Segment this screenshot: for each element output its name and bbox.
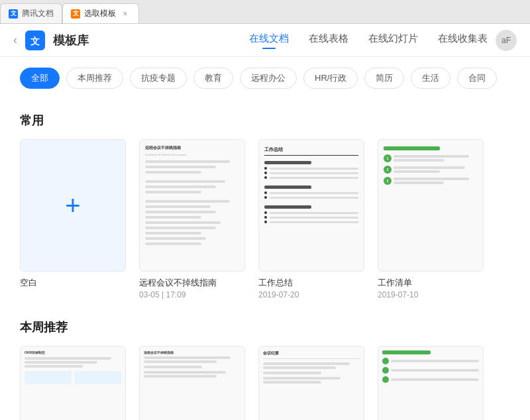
template-work-list-name: 工作清单: [378, 277, 412, 289]
weekly-section-title: 本周推荐: [20, 319, 510, 335]
cat-remote[interactable]: 远程办公: [240, 68, 297, 89]
template-work-list-thumb: 1 2 3: [378, 139, 484, 272]
template-work-list2[interactable]: 工作清单: [378, 346, 484, 420]
cat-contract[interactable]: 合同: [457, 68, 497, 89]
cat-resume[interactable]: 简历: [364, 68, 404, 89]
plus-icon: +: [65, 191, 80, 221]
common-section-title: 常用: [20, 113, 510, 129]
app-logo: 文: [25, 30, 45, 50]
template-work-summary-name: 工作总结: [258, 277, 293, 289]
svg-text:文: 文: [30, 36, 40, 46]
nav-item-sheets[interactable]: 在线表格: [309, 32, 348, 48]
template-remote-meeting-thumb: 远程会议不掉线指南 Guidelines for Remote Discussi…: [139, 139, 245, 272]
template-remote2[interactable]: 远程会议不掉线指南 远程会议不掉线指南: [139, 346, 245, 420]
tab-template-icon: 文: [71, 9, 80, 19]
template-work-summary-date: 2019-07-20: [258, 290, 299, 299]
template-okr[interactable]: OKR目标制定 OKR目标制定: [20, 346, 126, 420]
template-work-list[interactable]: 1 2 3: [378, 139, 484, 299]
category-bar: 全部 本周推荐 抗疫专题 教育 远程办公 HR/行政 简历 生活 合同: [0, 57, 530, 99]
template-okr-thumb: OKR目标制定: [20, 346, 126, 420]
template-work-summary-thumb: 工作总结: [258, 139, 364, 272]
tab-docs-icon: 文: [9, 9, 18, 19]
main-content: 常用 + 空白 远程会议不掉线指南 Guidelines for Remote …: [0, 99, 530, 420]
template-blank-thumb: +: [20, 139, 126, 272]
cat-all[interactable]: 全部: [20, 68, 60, 89]
template-remote2-thumb: 远程会议不掉线指南: [139, 346, 245, 420]
cat-hr[interactable]: HR/行政: [303, 68, 358, 89]
template-blank-name: 空白: [20, 277, 37, 289]
close-tab-button[interactable]: ×: [120, 9, 131, 19]
template-work-list2-thumb: [378, 346, 484, 420]
back-button[interactable]: ‹: [13, 33, 17, 47]
template-remote-meeting-date: 03-05 | 17:09: [139, 290, 186, 299]
nav-item-slides[interactable]: 在线幻灯片: [368, 32, 418, 48]
cat-week[interactable]: 本周推荐: [66, 68, 123, 89]
cat-edu[interactable]: 教育: [193, 68, 233, 89]
app-header: ‹ 文 模板库 在线文档 在线表格 在线幻灯片 在线收集表 aF: [0, 24, 530, 57]
tab-template[interactable]: 文 选取模板 ×: [62, 3, 139, 23]
template-work-summary[interactable]: 工作总结 工作总结 2019-07-20: [258, 139, 364, 299]
template-meeting-notes-thumb: 会议纪要: [258, 346, 364, 420]
browser-tabs: 文 腾讯文档 文 选取模板 ×: [0, 0, 530, 24]
page-title: 模板库: [53, 32, 241, 48]
template-meeting-notes[interactable]: 会议纪要 会议纪要: [258, 346, 364, 420]
tab-docs[interactable]: 文 腾讯文档: [0, 3, 62, 23]
cat-life[interactable]: 生活: [411, 68, 450, 89]
nav-item-forms[interactable]: 在线收集表: [438, 32, 488, 48]
weekly-template-grid: OKR目标制定 OKR目标制定 远程会议不掉线指南: [20, 346, 510, 420]
common-template-grid: + 空白 远程会议不掉线指南 Guidelines for Remote Dis…: [20, 139, 510, 299]
tab-template-label: 选取模板: [84, 8, 116, 19]
template-remote-meeting-name: 远程会议不掉线指南: [139, 277, 217, 289]
template-remote-meeting[interactable]: 远程会议不掉线指南 Guidelines for Remote Discussi…: [139, 139, 245, 299]
tab-docs-label: 腾讯文档: [22, 8, 54, 19]
nav-item-docs[interactable]: 在线文档: [249, 32, 289, 48]
cat-anti[interactable]: 抗疫专题: [130, 68, 187, 89]
header-nav: 在线文档 在线表格 在线幻灯片 在线收集表: [249, 32, 488, 48]
template-blank[interactable]: + 空白: [20, 139, 126, 299]
user-avatar[interactable]: aF: [496, 30, 517, 51]
template-work-list-date: 2019-07-10: [378, 290, 418, 299]
